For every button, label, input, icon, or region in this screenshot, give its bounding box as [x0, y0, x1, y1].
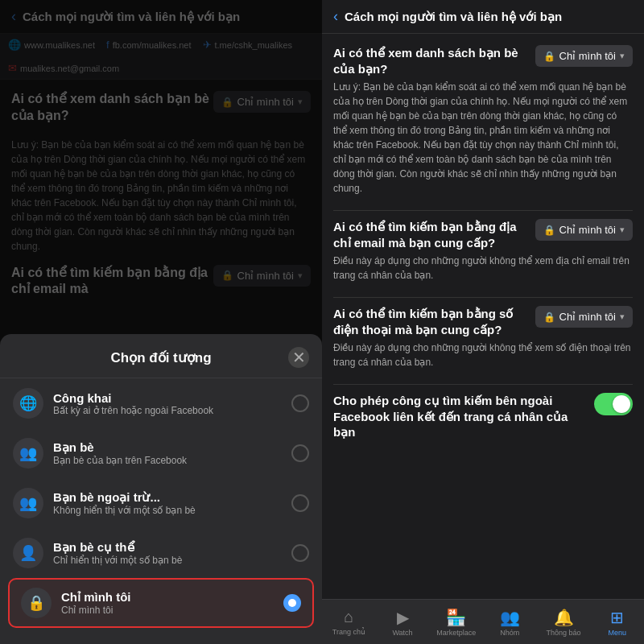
right-header-title: Cách mọi người tìm và liên hệ với bạn	[345, 9, 633, 25]
bottom-nav: ⌂ Trang chủ ▶ Watch 🏪 Marketplace 👥 Nhóm…	[322, 599, 644, 644]
nav-label-menu: Menu	[608, 629, 626, 637]
right-scroll-content: Ai có thể xem danh sách bạn bè của bạn? …	[322, 34, 644, 599]
modal-option-friends[interactable]: 👥 Bạn bè Bạn bè của bạn trên Facebook	[0, 428, 322, 478]
modal-option-specific-friends-sub: Chỉ hiển thị với một số bạn bè	[53, 555, 282, 566]
lock-icon-r3: 🔒	[543, 312, 555, 323]
right-section2-dropdown-label: Chỉ mình tôi	[559, 224, 616, 236]
nav-item-notifications[interactable]: 🔔 Thông báo	[537, 605, 591, 640]
nav-item-menu[interactable]: ⊞ Menu	[590, 605, 644, 640]
specific-friends-icon: 👤	[13, 538, 43, 568]
public-icon: 🌐	[13, 388, 43, 419]
modal-title: Chọn đối tượng	[34, 349, 288, 366]
nav-label-watch: Watch	[392, 629, 412, 637]
modal-option-specific-friends[interactable]: 👤 Bạn bè cụ thể Chỉ hiển thị với một số …	[0, 528, 322, 578]
right-section1-dropdown[interactable]: 🔒 Chỉ mình tôi ▾	[535, 45, 633, 67]
home-icon: ⌂	[344, 608, 353, 626]
chevron-r3: ▾	[620, 312, 625, 322]
right-section2-desc: Điều này áp dụng cho những người không t…	[333, 254, 633, 283]
divider-3	[333, 384, 633, 385]
friends-icon: 👥	[13, 438, 43, 469]
modal-option-friends-except-sub: Không hiển thị với một số bạn bè	[53, 505, 282, 516]
modal-option-public-sub: Bất kỳ ai ở trên hoặc ngoài Facebook	[53, 405, 282, 416]
modal-option-friends-sub: Bạn bè của bạn trên Facebook	[53, 455, 282, 466]
right-section1: Ai có thể xem danh sách bạn bè của bạn? …	[333, 45, 633, 196]
nav-label-notifications: Thông báo	[547, 629, 581, 637]
radio-friends[interactable]	[291, 444, 309, 462]
modal-option-only-me-label: Chỉ mình tôi	[61, 590, 274, 605]
right-section3-desc: Điều này áp dụng cho những người không t…	[333, 341, 633, 369]
nav-item-watch[interactable]: ▶ Watch	[376, 605, 430, 640]
modal-sheet: Chọn đối tượng ✕ 🌐 Công khai Bất kỳ ai ở…	[0, 334, 322, 644]
marketplace-icon: 🏪	[446, 608, 466, 627]
modal-option-specific-friends-label: Bạn bè cụ thể	[53, 540, 282, 555]
right-section1-title: Ai có thể xem danh sách bạn bè của bạn?	[333, 45, 535, 76]
lock-icon-r1: 🔒	[543, 51, 555, 62]
divider-1	[333, 210, 633, 211]
right-section2: Ai có thể tìm kiếm bạn bằng địa chỉ emai…	[333, 219, 633, 283]
nav-item-groups[interactable]: 👥 Nhóm	[483, 605, 537, 640]
right-section2-row: Ai có thể tìm kiếm bạn bằng địa chỉ emai…	[333, 219, 633, 250]
right-section4-title: Cho phép công cụ tìm kiếm bên ngoài Face…	[333, 393, 594, 440]
right-section1-desc: Lưu ý: Bạn bè của bạn kiểm soát ai có th…	[333, 80, 633, 196]
modal-option-specific-friends-text: Bạn bè cụ thể Chỉ hiển thị với một số bạ…	[53, 540, 282, 566]
modal-option-friends-label: Bạn bè	[53, 440, 282, 455]
chevron-r2: ▾	[620, 225, 625, 235]
modal-close-button[interactable]: ✕	[288, 347, 309, 368]
radio-public[interactable]	[291, 394, 309, 412]
right-section3-row: Ai có thể tìm kiếm bạn bằng số điện thoạ…	[333, 306, 633, 337]
right-section3-dropdown-label: Chỉ mình tôi	[559, 311, 616, 323]
modal-option-public-text: Công khai Bất kỳ ai ở trên hoặc ngoài Fa…	[53, 391, 282, 416]
nav-label-groups: Nhóm	[500, 629, 519, 637]
right-section4: Cho phép công cụ tìm kiếm bên ngoài Face…	[333, 393, 633, 440]
right-section2-dropdown[interactable]: 🔒 Chỉ mình tôi ▾	[535, 219, 633, 241]
radio-only-me[interactable]	[283, 594, 301, 612]
only-me-icon: 🔒	[21, 588, 52, 618]
watch-icon: ▶	[397, 608, 409, 627]
right-panel: ‹ Cách mọi người tìm và liên hệ với bạn …	[322, 0, 644, 644]
right-header: ‹ Cách mọi người tìm và liên hệ với bạn	[322, 0, 644, 34]
modal-option-friends-except-label: Bạn bè ngoại trừ...	[53, 490, 282, 505]
modal-option-public-label: Công khai	[53, 391, 282, 405]
modal-header: Chọn đối tượng ✕	[0, 347, 322, 378]
nav-label-home: Trang chủ	[332, 628, 365, 636]
lock-icon-r2: 🔒	[543, 225, 555, 236]
chevron-r1: ▾	[620, 51, 625, 61]
right-section4-row: Cho phép công cụ tìm kiếm bên ngoài Face…	[333, 393, 633, 440]
right-section3-title: Ai có thể tìm kiếm bạn bằng số điện thoạ…	[333, 306, 535, 337]
groups-icon: 👥	[500, 608, 520, 627]
modal-option-only-me-text: Chỉ mình tôi Chỉ mình tôi	[61, 590, 274, 616]
toggle-thumb	[613, 395, 630, 413]
modal-option-only-me-sub: Chỉ mình tôi	[61, 605, 274, 616]
friends-except-icon: 👥	[13, 488, 43, 518]
right-section2-title: Ai có thể tìm kiếm bạn bằng địa chỉ emai…	[333, 219, 535, 250]
nav-item-home[interactable]: ⌂ Trang chủ	[322, 605, 376, 639]
right-section3: Ai có thể tìm kiếm bạn bằng số điện thoạ…	[333, 306, 633, 369]
left-panel: ‹ Cách mọi người tìm và liên hệ với bạn …	[0, 0, 322, 644]
right-section1-dropdown-label: Chỉ mình tôi	[559, 50, 616, 62]
menu-icon: ⊞	[610, 608, 624, 627]
radio-friends-except[interactable]	[291, 494, 309, 512]
divider-2	[333, 297, 633, 298]
radio-specific-friends[interactable]	[291, 544, 309, 562]
modal-option-friends-text: Bạn bè Bạn bè của bạn trên Facebook	[53, 440, 282, 466]
modal-option-friends-except-text: Bạn bè ngoại trừ... Không hiển thị với m…	[53, 490, 282, 516]
right-section1-row: Ai có thể xem danh sách bạn bè của bạn? …	[333, 45, 633, 76]
notifications-icon: 🔔	[554, 608, 574, 627]
modal-option-public[interactable]: 🌐 Công khai Bất kỳ ai ở trên hoặc ngoài …	[0, 378, 322, 428]
modal-option-only-me[interactable]: 🔒 Chỉ mình tôi Chỉ mình tôi	[8, 578, 314, 628]
external-search-toggle[interactable]	[594, 393, 633, 415]
modal-overlay: Chọn đối tượng ✕ 🌐 Công khai Bất kỳ ai ở…	[0, 0, 322, 644]
right-back-icon[interactable]: ‹	[333, 8, 338, 25]
nav-label-marketplace: Marketplace	[436, 629, 476, 637]
nav-item-marketplace[interactable]: 🏪 Marketplace	[429, 605, 483, 640]
right-section3-dropdown[interactable]: 🔒 Chỉ mình tôi ▾	[535, 306, 633, 328]
modal-option-friends-except[interactable]: 👥 Bạn bè ngoại trừ... Không hiển thị với…	[0, 478, 322, 528]
